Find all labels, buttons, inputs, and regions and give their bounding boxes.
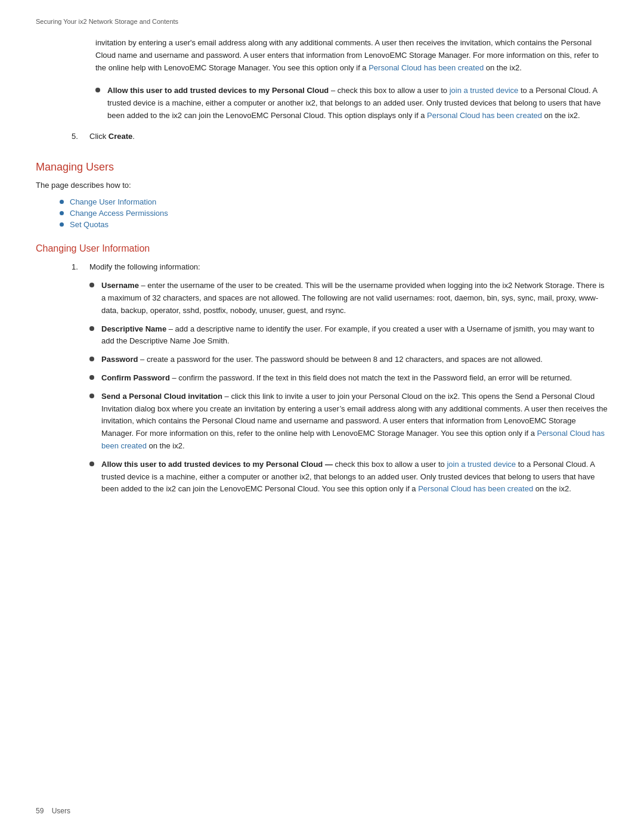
step-1: 1. Modify the following information: Use…: [72, 261, 608, 501]
step-5-num: 5.: [72, 131, 89, 143]
footer-label: Users: [52, 807, 70, 815]
bullet-dot-password: [89, 357, 94, 361]
confirm-desc: – confirm the password. If the text in t…: [172, 373, 572, 382]
bullet-password: Password – create a password for the use…: [89, 354, 608, 366]
link-personal-cloud-3[interactable]: Personal Cloud has been created: [418, 484, 533, 493]
toc-dot-2: [60, 211, 64, 215]
toc-list: Change User Information Change Access Pe…: [60, 197, 608, 229]
intro-suffix: on the ix2.: [484, 63, 522, 72]
step-5-content: Click Create.: [89, 131, 608, 143]
trusted-sub-desc-3: on the ix2.: [533, 484, 571, 493]
trusted-sub-desc-1: check this box to allow a user to: [335, 460, 447, 469]
managing-users-intro: The page describes how to:: [36, 179, 608, 192]
bold-confirm: Confirm Password: [101, 373, 170, 382]
page-container: Securing Your ix2 Network Storage and Co…: [0, 0, 644, 833]
password-desc: – create a password for the user. The pa…: [140, 355, 543, 364]
bullet-text-password: Password – create a password for the use…: [101, 354, 608, 366]
toc-link-change-access[interactable]: Change Access Permissions: [70, 209, 168, 218]
bold-trusted-sub: Allow this user to add trusted devices t…: [101, 460, 333, 469]
step-1-content: Modify the following information: Userna…: [89, 261, 608, 501]
managing-users-heading: Managing Users: [36, 161, 608, 174]
toc-dot-3: [60, 222, 64, 227]
rest-trusted-2: on the ix2.: [542, 111, 580, 120]
bullet-dot-username: [89, 283, 94, 287]
bold-username: Username: [101, 281, 139, 290]
bullet-confirm-password: Confirm Password – confirm the password.…: [89, 372, 608, 385]
bullet-item-trusted-devices: Allow this user to add trusted devices t…: [95, 85, 608, 122]
link-personal-cloud-1[interactable]: Personal Cloud has been created: [427, 111, 542, 120]
toc-link-set-quotas[interactable]: Set Quotas: [70, 220, 109, 229]
link-join-trusted[interactable]: join a trusted device: [450, 86, 519, 95]
intro-paragraph: invitation by entering a user's email ad…: [95, 37, 608, 74]
bullet-text-invitation: Send a Personal Cloud invitation – click…: [101, 391, 608, 453]
sub-bullets-container: Username – enter the username of the use…: [89, 280, 608, 496]
bullet-username: Username – enter the username of the use…: [89, 280, 608, 317]
toc-dot-1: [60, 200, 64, 204]
step-1-num: 1.: [72, 261, 89, 274]
bullet-dot-confirm: [89, 375, 94, 380]
bullet-section-trusted-devices: Allow this user to add trusted devices t…: [95, 85, 608, 122]
bullet-trusted-devices-sub: Allow this user to add trusted devices t…: [89, 459, 608, 496]
page-footer: 59 Users: [36, 807, 70, 815]
invitation-desc-2: on the ix2.: [147, 441, 185, 450]
step-5: 5. Click Create.: [72, 131, 608, 143]
bullet-descriptive-name: Descriptive Name – add a descriptive nam…: [89, 323, 608, 348]
intro-text: invitation by entering a user's email ad…: [95, 38, 599, 72]
changing-user-info-heading: Changing User Information: [36, 243, 608, 254]
bold-invitation: Send a Personal Cloud invitation: [101, 392, 222, 401]
toc-item-set-quotas: Set Quotas: [60, 220, 608, 229]
bullet-text-descriptive: Descriptive Name – add a descriptive nam…: [101, 323, 608, 348]
bullet-text-trusted-sub: Allow this user to add trusted devices t…: [101, 459, 608, 496]
descriptive-desc: – add a descriptive name to identify the…: [101, 324, 595, 346]
bullet-dot-trusted-sub: [89, 462, 94, 466]
bullet-dot-invitation: [89, 394, 94, 398]
toc-link-change-user-info[interactable]: Change User Information: [70, 197, 156, 206]
em-dash-1: – check this box to allow a user to: [331, 86, 450, 95]
bullet-dot-descriptive: [89, 326, 94, 331]
bold-allow-trusted: Allow this user to add trusted devices t…: [107, 86, 329, 95]
step-1-text: Modify the following information:: [89, 262, 200, 271]
bullet-text-username: Username – enter the username of the use…: [101, 280, 608, 317]
bullet-send-invitation: Send a Personal Cloud invitation – click…: [89, 391, 608, 453]
intro-link-personal-cloud[interactable]: Personal Cloud has been created: [369, 63, 484, 72]
bold-password: Password: [101, 355, 138, 364]
toc-item-change-access: Change Access Permissions: [60, 209, 608, 218]
bullet-text-confirm: Confirm Password – confirm the password.…: [101, 372, 608, 385]
bullet-text-trusted-devices: Allow this user to add trusted devices t…: [107, 85, 608, 122]
link-join-trusted-sub[interactable]: join a trusted device: [447, 460, 516, 469]
bullet-dot: [95, 88, 100, 92]
breadcrumb: Securing Your ix2 Network Storage and Co…: [36, 18, 608, 25]
toc-item-change-user-info: Change User Information: [60, 197, 608, 206]
username-desc: – enter the username of the user to be c…: [101, 281, 605, 315]
create-bold: Create: [109, 132, 132, 141]
footer-page: 59: [36, 807, 44, 815]
bold-descriptive: Descriptive Name: [101, 324, 166, 333]
